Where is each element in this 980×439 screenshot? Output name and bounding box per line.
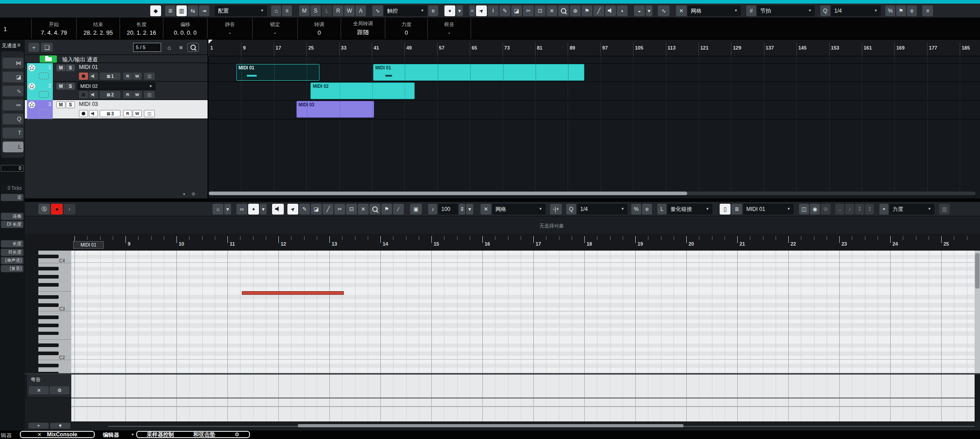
tracklist-collapse-button[interactable]: ▾ (180, 191, 188, 197)
track-row-2[interactable]: 2MSMIDI 02▼▦2RW◫ (25, 82, 208, 100)
insert-mode-button[interactable]: → (835, 204, 844, 215)
piano-key-white[interactable] (38, 271, 71, 275)
line-tool[interactable]: ╱ (593, 5, 604, 16)
track-write-button[interactable]: W (133, 110, 142, 117)
piano-key-black[interactable] (38, 303, 59, 307)
active-part-dropdown[interactable]: MIDI 01▼ (743, 204, 794, 215)
editor-hscrollbar-thumb[interactable] (298, 424, 684, 427)
note-length-button[interactable]: ♪ (845, 204, 854, 215)
part-name-chip[interactable]: MIDI 01 (73, 241, 104, 249)
left-chip-mono[interactable]: (单声道) (1, 257, 23, 264)
length-quantize-icon[interactable]: L (657, 204, 666, 215)
quick-control-slot[interactable] (39, 73, 49, 79)
quick-control-slot[interactable] (39, 91, 49, 98)
tracklist-menu-button[interactable]: ≡ (176, 43, 186, 52)
piano-key-white[interactable] (38, 319, 71, 323)
editor-time-warp-tool[interactable]: ⚑ (381, 204, 392, 215)
piano-key-black[interactable] (38, 324, 59, 327)
mute-tool[interactable]: ✕ (546, 5, 557, 16)
split-tool[interactable]: ✂ (523, 5, 534, 16)
solo-all-button[interactable]: S (310, 5, 321, 16)
insert-velocity-spinner[interactable]: ⇕ (459, 204, 465, 215)
listen-all-button[interactable]: L (322, 5, 332, 16)
quantize-icon[interactable]: Q (820, 5, 830, 16)
piano-key-black[interactable] (38, 316, 59, 319)
track-mute-button[interactable]: M (56, 83, 65, 90)
track-visibility-button[interactable]: ≣ (165, 5, 176, 16)
track-monitor-button[interactable] (89, 110, 98, 117)
iterative-quantize-button[interactable]: % (885, 5, 895, 16)
piano-key-white[interactable] (38, 291, 71, 295)
editor-layout-button[interactable]: ⌂ (213, 204, 223, 215)
acoustic-feedback-speaker[interactable] (272, 204, 284, 215)
left-stub-curve[interactable]: ∿ (3, 86, 23, 96)
curve-mode-button[interactable]: ∿ (658, 5, 670, 16)
comp-tool[interactable]: ⊕ (570, 5, 581, 16)
piano-key-black[interactable] (38, 295, 59, 299)
piano-key-white[interactable] (38, 299, 71, 303)
editor-split-tool[interactable]: ✂ (334, 204, 345, 215)
track-strip-button[interactable]: ◫ (144, 110, 155, 117)
color-menu-arrow[interactable]: ▾ (646, 5, 652, 16)
midi-part-3[interactable]: MIDI 02 (310, 82, 415, 99)
add-track-button[interactable]: + (28, 43, 39, 52)
editor-layout-arrow[interactable]: ▾ (224, 204, 231, 215)
write-all-button[interactable]: W (344, 5, 355, 16)
track-mute-button[interactable]: M (56, 64, 65, 71)
piano-key-black[interactable] (38, 343, 59, 347)
mute-all-button[interactable]: M (299, 5, 310, 16)
read-all-button[interactable]: R (333, 5, 343, 16)
tracklist-gear-button[interactable]: ⚙ (190, 191, 197, 197)
left-stub-zone[interactable]: ◪ (3, 72, 23, 82)
editor-select-tool[interactable]: ➤ (287, 204, 298, 215)
piano-key-black[interactable] (38, 275, 59, 279)
left-stub-q[interactable]: Q (3, 114, 23, 124)
left-chip-legato[interactable]: 连奏 (1, 213, 23, 220)
midi-part-4[interactable]: MIDI 03 (296, 101, 374, 118)
piano-key-white[interactable] (38, 279, 71, 283)
track-read-button[interactable]: R (123, 73, 132, 80)
controller-lane-dropdown[interactable]: 力度▼ (889, 204, 934, 215)
left-chip-midi-length[interactable]: DI 长度 (1, 221, 23, 228)
track-solo-button[interactable]: S (66, 64, 75, 71)
automation-panel-button[interactable]: ∿ (372, 5, 383, 16)
grid-type-dropdown[interactable]: 节拍▼ (757, 5, 815, 16)
midi-part-2[interactable]: MIDI 01 (373, 64, 584, 81)
track-output-slot[interactable]: ▦3 (100, 110, 120, 117)
track-name-box[interactable]: MIDI 02▼ (78, 82, 155, 90)
shuttle-button[interactable]: ↠ (199, 5, 209, 16)
autoscroll-options-button[interactable]: ▾ (456, 5, 463, 16)
track-solo-button[interactable]: S (66, 101, 75, 108)
record-pitch-button[interactable]: ↧ (855, 204, 864, 215)
editor-glue-tool[interactable]: ⊡ (346, 204, 357, 215)
track-record-button[interactable] (79, 110, 88, 117)
editor-record-button[interactable]: ● (51, 204, 63, 215)
piano-key-black[interactable] (38, 332, 59, 335)
arrange-hscrollbar-thumb[interactable] (209, 192, 687, 195)
piano-key-white[interactable] (38, 327, 71, 331)
piano-key-white[interactable] (38, 339, 71, 343)
piano-key-white[interactable] (38, 311, 71, 315)
left-chip-poly[interactable]: (复音) (1, 265, 23, 272)
editor-vscrollbar-thumb[interactable] (975, 253, 980, 288)
tab-mixconsole[interactable]: ✕ MixConsole (20, 431, 95, 438)
editor-iterative-quantize-button[interactable]: % (631, 204, 641, 215)
add-folder-button[interactable]: ❏ (41, 43, 53, 52)
midi-part-1[interactable]: MIDI 01 (236, 64, 320, 81)
snap-relative-button[interactable]: -|+ (550, 204, 562, 215)
controller-curve-button[interactable]: ✕ (29, 386, 49, 394)
piano-key-black[interactable] (38, 283, 59, 287)
controller-setup-button[interactable]: ▥ (939, 204, 950, 215)
track-record-button[interactable] (79, 91, 88, 98)
controller-icon[interactable]: ◓ (879, 204, 888, 215)
tracklist-search-button[interactable] (187, 43, 199, 52)
editor-autoscroll-arrow[interactable]: ▾ (260, 204, 267, 215)
track-record-button[interactable] (79, 73, 88, 80)
color-tool[interactable]: ◗ (617, 5, 628, 16)
editor-erase-tool[interactable]: ◪ (311, 204, 322, 215)
left-stub-sync[interactable]: ⋈ (3, 58, 23, 69)
tab-sampler-control[interactable]: 采样器控制 (147, 431, 174, 439)
folder-track-row[interactable]: 输入/输出 通道 (25, 55, 208, 63)
zoom-tool[interactable] (558, 5, 569, 16)
audiowarp-quantize-button[interactable]: ⚑ (896, 5, 906, 16)
